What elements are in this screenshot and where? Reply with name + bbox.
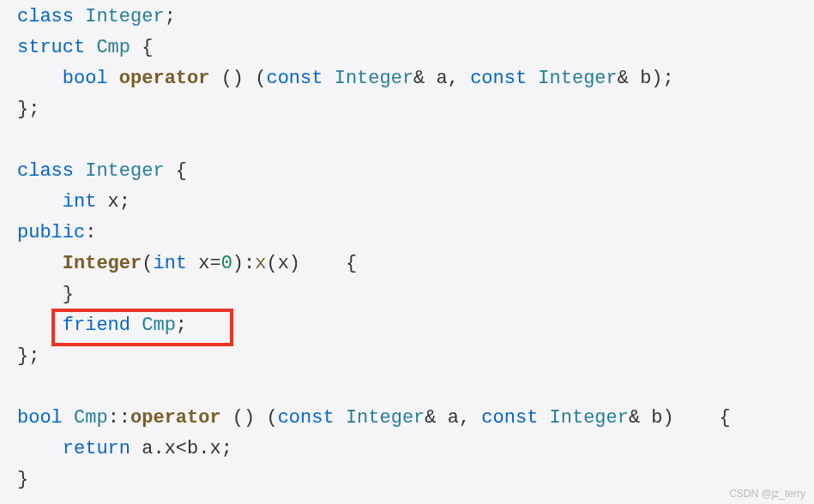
colon: : (85, 222, 96, 243)
line-14: bool Cmp::operator () (const Integer& a,… (17, 407, 731, 429)
ctor-integer: Integer (63, 253, 142, 274)
expr: a.x<b.x; (130, 438, 232, 459)
paren-open: ( (142, 253, 153, 274)
indent (17, 438, 63, 459)
keyword-bool: bool (63, 68, 108, 89)
keyword-struct: struct (17, 37, 85, 58)
type-cmp: Cmp (74, 407, 108, 429)
keyword-class: class (17, 6, 74, 27)
line-16: } (17, 469, 28, 490)
line-4: }; (17, 99, 39, 120)
param-b: & b); (618, 68, 674, 89)
param-a: & a, (425, 407, 481, 429)
code-block: class Integer; struct Cmp { bool operato… (0, 2, 814, 495)
indent (17, 284, 63, 305)
line-6: class Integer { (17, 160, 187, 182)
line-15: return a.x<b.x; (17, 438, 232, 459)
line-12: }; (17, 345, 39, 367)
paren-open: () ( (221, 407, 278, 429)
semicolon: ; (176, 315, 187, 336)
type-integer-2: Integer (538, 68, 617, 89)
type-integer-1: Integer (346, 407, 425, 429)
line-3: bool operator () (const Integer& a, cons… (17, 68, 674, 89)
keyword-const-1: const (266, 68, 323, 89)
brace-close: }; (17, 99, 39, 120)
semicolon: ; (165, 6, 176, 27)
keyword-const-2: const (481, 407, 538, 429)
type-cmp: Cmp (96, 37, 130, 58)
brace-close: } (17, 469, 28, 490)
indent (17, 315, 63, 336)
param-a: & a, (413, 68, 470, 89)
line-2: struct Cmp { (17, 37, 153, 58)
var-x: x; (96, 191, 130, 213)
init-x: x (255, 253, 266, 274)
paren-open: () ( (209, 68, 266, 89)
type-integer: Integer (85, 160, 164, 182)
keyword-public: public (17, 222, 85, 243)
keyword-const-2: const (470, 68, 527, 89)
num-zero: 0 (221, 253, 232, 274)
arg-x: x= (187, 253, 221, 274)
line-1: class Integer; (17, 6, 176, 27)
param-b: & b) { (629, 407, 731, 429)
type-integer-1: Integer (335, 68, 413, 89)
brace-close: }; (17, 345, 39, 367)
indent (17, 253, 63, 274)
paren-close: ): (232, 253, 255, 274)
keyword-int: int (63, 191, 97, 213)
keyword-int: int (153, 253, 187, 274)
keyword-const-1: const (278, 407, 335, 429)
fn-operator: operator (130, 407, 221, 429)
keyword-return: return (63, 438, 130, 459)
type-integer-2: Integer (550, 407, 629, 429)
keyword-bool: bool (17, 407, 63, 429)
type-cmp: Cmp (142, 315, 176, 336)
brace-close: } (63, 284, 74, 305)
init-val: (x) { (266, 253, 357, 274)
keyword-friend: friend (63, 315, 130, 336)
line-8: public: (17, 222, 96, 243)
indent (17, 191, 63, 213)
keyword-class: class (17, 160, 74, 182)
watermark: CSDN @jz_terry (729, 489, 805, 499)
scope-op: :: (108, 407, 130, 429)
line-7: int x; (17, 191, 130, 213)
brace-open: { (130, 37, 153, 58)
brace-open: { (165, 160, 187, 182)
fn-operator: operator (119, 68, 210, 89)
indent (17, 68, 63, 89)
line-11: friend Cmp; (17, 315, 187, 336)
line-9: Integer(int x=0):x(x) { (17, 253, 357, 274)
line-10: } (17, 284, 74, 305)
type-integer: Integer (85, 6, 164, 27)
